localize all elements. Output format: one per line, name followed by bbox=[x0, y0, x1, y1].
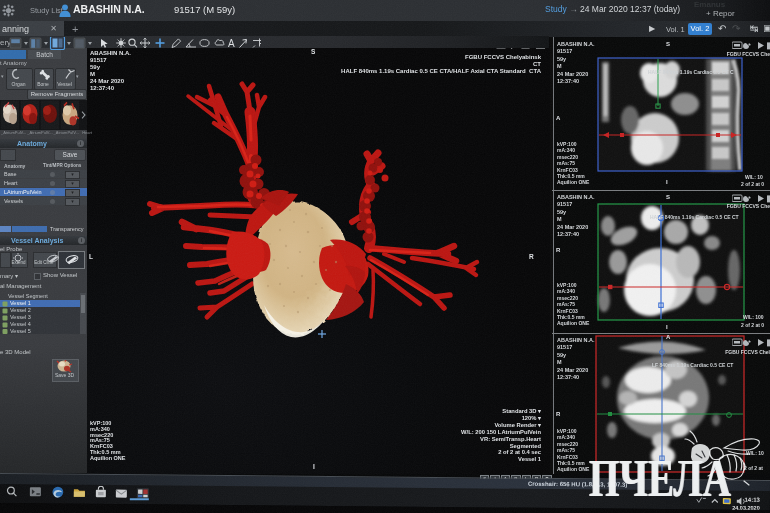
svg-text:A: A bbox=[228, 38, 235, 49]
